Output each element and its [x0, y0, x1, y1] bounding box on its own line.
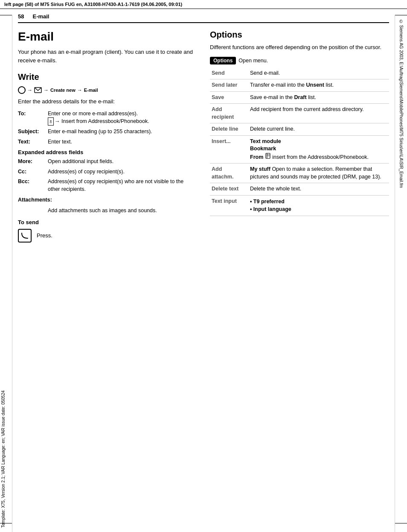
- row-text-input: Text input T9 preferred Input language: [210, 195, 389, 216]
- row-delete-line: Delete line Delete current line.: [210, 123, 389, 136]
- field-to-term: To:: [18, 110, 48, 126]
- right-column: Options Different functions are offered …: [210, 30, 389, 245]
- field-text-term: Text:: [18, 138, 48, 146]
- desc-send: Send e-mail.: [248, 68, 389, 79]
- bullet-input-lang: Input language: [250, 205, 387, 213]
- fields-table: To: Enter one or more e-mail address(es)…: [18, 110, 197, 146]
- arrow2: →: [44, 87, 49, 93]
- term-insert: Insert...: [210, 135, 248, 164]
- row-delete-text: Delete text Delete the whole text.: [210, 183, 389, 196]
- notebook-icon: [265, 153, 271, 159]
- main-content: 58 E-mail E-mail Your phone has an e-mai…: [14, 9, 393, 245]
- field-to: To: Enter one or more e-mail address(es)…: [18, 110, 197, 126]
- field-to-desc: Enter one or more e-mail address(es). ±→…: [48, 110, 197, 126]
- field-subject: Subject: Enter e-mail heading (up to 255…: [18, 128, 197, 136]
- field-subject-term: Subject:: [18, 128, 48, 136]
- insert-symbol: ±: [48, 117, 54, 126]
- field-cc: Cc: Address(es) of copy recipient(s).: [18, 168, 197, 176]
- two-column-layout: E-mail Your phone has an e-mail program …: [18, 30, 389, 245]
- desc-delete-text: Delete the whole text.: [248, 183, 389, 196]
- options-table: Send Send e-mail. Send later Transfer e-…: [210, 68, 389, 216]
- field-more: More: Open additional input fields.: [18, 158, 197, 166]
- field-attachments-term: Attachments:: [18, 196, 56, 204]
- expanded-fields-table: More: Open additional input fields. Cc: …: [18, 158, 197, 193]
- attachments-desc: Add attachments such as images and sound…: [48, 207, 197, 215]
- right-sidebar: © Siemens AG 2003, E:\Auftrag\Siemens\Mo…: [395, 15, 407, 532]
- left-sidebar-text: Template: X75, Version 2.1; VAR Language…: [1, 19, 6, 528]
- arrow3: →: [77, 87, 82, 93]
- term-send-later: Send later: [210, 79, 248, 92]
- row-save: Save Save e-mail in the Draft list.: [210, 91, 389, 104]
- left-column: E-mail Your phone has an e-mail program …: [18, 30, 197, 245]
- field-attachments: Attachments:: [18, 196, 197, 204]
- envelope-icon: [34, 87, 42, 93]
- term-delete-text: Delete text: [210, 183, 248, 196]
- open-menu-label: Open menu.: [238, 58, 268, 64]
- right-sidebar-text: © Siemens AG 2003, E:\Auftrag\Siemens\Mo…: [399, 19, 404, 188]
- row-send-later: Send later Transfer e-mail into the Unse…: [210, 79, 389, 92]
- desc-add-recipient: Add recipient from the current address d…: [248, 104, 389, 123]
- field-bcc-desc: Address(es) of copy recipient(s) who are…: [48, 178, 197, 193]
- options-heading: Options: [210, 30, 389, 40]
- row-add-recipient: Add recipient Add recipient from the cur…: [210, 104, 389, 123]
- field-bcc: Bcc: Address(es) of copy recipient(s) wh…: [18, 178, 197, 193]
- term-text-input: Text input: [210, 195, 248, 216]
- bullet-t9: T9 preferred: [250, 198, 387, 206]
- left-sidebar: Template: X75, Version 2.1; VAR Language…: [0, 15, 12, 532]
- row-send: Send Send e-mail.: [210, 68, 389, 79]
- term-add-recipient: Add recipient: [210, 104, 248, 123]
- desc-add-attachm: My stuff Open to make a selection. Remem…: [248, 164, 389, 183]
- top-bar-text: left page (58) of M75 Sirius FUG en, A31…: [4, 2, 182, 7]
- desc-delete-line: Delete current line.: [248, 123, 389, 136]
- term-delete-line: Delete line: [210, 123, 248, 136]
- to-send-heading: To send: [18, 219, 197, 225]
- desc-send-later: Transfer e-mail into the Unsent list.: [248, 79, 389, 92]
- field-more-term: More:: [18, 158, 48, 166]
- page-header: 58 E-mail: [18, 9, 389, 23]
- intro-text: Your phone has an e-mail program (client…: [18, 48, 197, 64]
- row-add-attachm: Add attachm. My stuff Open to make a sel…: [210, 164, 389, 183]
- field-cc-desc: Address(es) of copy recipient(s).: [48, 168, 197, 176]
- field-more-desc: Open additional input fields.: [48, 158, 197, 166]
- page-number: 58: [18, 13, 24, 20]
- press-label: Press.: [37, 232, 52, 239]
- desc-save: Save e-mail in the Draft list.: [248, 91, 389, 104]
- options-intro: Different functions are offered dependin…: [210, 43, 389, 52]
- field-text: Text: Enter text.: [18, 138, 197, 146]
- nav-label-email: E-mail: [84, 88, 98, 93]
- expanded-heading: Expanded address fields: [18, 149, 197, 155]
- options-button: Options: [210, 57, 236, 64]
- desc-insert: Text module Bookmark From: [248, 135, 389, 164]
- field-text-desc: Enter text.: [48, 138, 197, 146]
- sub-intro: Enter the address details for the e-mail…: [18, 97, 197, 106]
- desc-text-input: T9 preferred Input language: [248, 195, 389, 216]
- main-heading: E-mail: [18, 30, 197, 44]
- arrow1: →: [27, 87, 32, 93]
- call-button-icon: [18, 229, 32, 243]
- term-add-attachm: Add attachm.: [210, 164, 248, 183]
- nav-label-create: Create new: [50, 88, 76, 93]
- term-save: Save: [210, 91, 248, 104]
- field-bcc-term: Bcc:: [18, 178, 48, 193]
- circle-icon: [18, 86, 26, 94]
- options-open-row: Options Open menu.: [210, 57, 389, 64]
- nav-path: → → Create new → E-mail: [18, 86, 197, 94]
- top-bar: left page (58) of M75 Sirius FUG en, A31…: [0, 0, 407, 9]
- press-row: Press.: [18, 229, 197, 243]
- term-send: Send: [210, 68, 248, 79]
- left-vline: [12, 15, 12, 532]
- field-cc-term: Cc:: [18, 168, 48, 176]
- page-section-title: E-mail: [32, 13, 49, 20]
- write-heading: Write: [18, 72, 197, 82]
- text-input-list: T9 preferred Input language: [250, 198, 387, 214]
- row-insert: Insert... Text module Bookmark From: [210, 135, 389, 164]
- field-subject-desc: Enter e-mail heading (up to 255 characte…: [48, 128, 197, 136]
